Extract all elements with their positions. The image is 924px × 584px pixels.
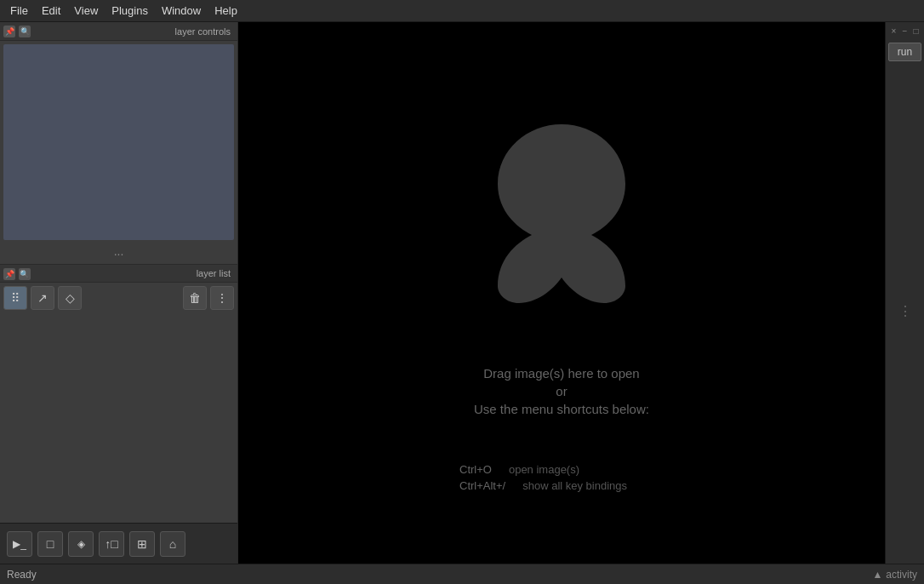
menu-window[interactable]: Window bbox=[155, 3, 208, 19]
menu-view[interactable]: View bbox=[67, 3, 105, 19]
terminal-icon: ▶_ bbox=[13, 538, 26, 550]
upload-icon: ↑□ bbox=[105, 537, 117, 551]
grid-button[interactable]: ⊞ bbox=[129, 531, 155, 557]
drag-text: Drag image(s) here to open bbox=[474, 366, 649, 381]
layer-list-icons: 📌 🔍 bbox=[3, 266, 31, 280]
layers-icon: ◈ bbox=[77, 538, 85, 550]
activity-label: activity bbox=[886, 569, 917, 581]
grid-icon: ⊞ bbox=[137, 537, 147, 551]
search-icon[interactable]: 🔍 bbox=[19, 26, 31, 37]
layer-controls-header: 📌 🔍 layer controls bbox=[0, 22, 237, 41]
canvas-area[interactable]: Drag image(s) here to open or Use the me… bbox=[238, 22, 885, 564]
blob-shape bbox=[468, 107, 655, 306]
menu-bar: File Edit View Plugins Window Help bbox=[0, 0, 924, 22]
menu-edit[interactable]: Edit bbox=[35, 3, 67, 19]
square-icon: □ bbox=[47, 537, 54, 551]
run-button[interactable]: run bbox=[888, 43, 921, 61]
layers-button[interactable]: ◈ bbox=[68, 531, 94, 557]
dot-grid-button[interactable]: ⠿ bbox=[3, 286, 27, 310]
chevron-up-icon: ▲ bbox=[872, 569, 882, 581]
menu-plugins[interactable]: Plugins bbox=[105, 3, 155, 19]
layer-list-title: layer list bbox=[31, 268, 234, 278]
layer-controls-icons: 📌 🔍 bbox=[3, 26, 31, 37]
shortcut-open-desc: open image(s) bbox=[509, 463, 579, 476]
shortcuts-panel: Ctrl+O open image(s) Ctrl+Alt+/ show all… bbox=[459, 460, 627, 495]
main-area: 📌 🔍 layer controls ··· 📌 🔍 layer list ⠿ … bbox=[0, 22, 924, 564]
shortcuts-text: Use the menu shortcuts below: bbox=[474, 402, 649, 416]
arrow-icon: ↗ bbox=[37, 291, 48, 305]
layer-list-header: 📌 🔍 layer list bbox=[0, 264, 237, 283]
trash-button[interactable]: 🗑 bbox=[183, 286, 207, 310]
more-options-button[interactable]: ⋮ bbox=[210, 286, 234, 310]
menu-help[interactable]: Help bbox=[208, 3, 244, 19]
shortcut-bindings: Ctrl+Alt+/ show all key bindings bbox=[459, 479, 627, 492]
shortcut-bindings-key: Ctrl+Alt+/ bbox=[459, 479, 505, 492]
layer-list-toolbar: ⠿ ↗ ◇ 🗑 ⋮ bbox=[0, 283, 237, 313]
close-icon[interactable]: × bbox=[889, 26, 898, 36]
more-icon: ⋮ bbox=[216, 291, 228, 305]
home-button[interactable]: ⌂ bbox=[160, 531, 185, 557]
layer-preview bbox=[3, 44, 234, 240]
layer-controls-title: layer controls bbox=[31, 26, 234, 37]
layer-list-content bbox=[0, 313, 237, 523]
shortcut-open: Ctrl+O open image(s) bbox=[459, 463, 627, 476]
upload-button[interactable]: ↑□ bbox=[99, 531, 124, 557]
arrow-button[interactable]: ↗ bbox=[31, 286, 54, 310]
trash-icon: 🗑 bbox=[189, 291, 201, 305]
menu-file[interactable]: File bbox=[3, 3, 35, 19]
tag-button[interactable]: ◇ bbox=[58, 286, 82, 310]
left-panel: 📌 🔍 layer controls ··· 📌 🔍 layer list ⠿ … bbox=[0, 22, 238, 564]
status-text: Ready bbox=[7, 569, 37, 581]
shortcut-bindings-desc: show all key bindings bbox=[522, 479, 627, 492]
maximize-icon[interactable]: □ bbox=[911, 26, 921, 36]
shortcut-open-key: Ctrl+O bbox=[459, 463, 492, 476]
minimize-icon[interactable]: − bbox=[900, 26, 910, 36]
status-bar: Ready ▲ activity bbox=[0, 564, 924, 584]
right-panel: × − □ run ⋮ bbox=[885, 22, 924, 564]
layer-pin-icon[interactable]: 📌 bbox=[3, 268, 15, 280]
welcome-text: Drag image(s) here to open or Use the me… bbox=[474, 363, 649, 420]
dot-grid-icon: ⠿ bbox=[11, 291, 20, 305]
pin-icon[interactable]: 📌 bbox=[3, 26, 15, 37]
right-panel-top: × − □ bbox=[889, 26, 921, 36]
layer-search-icon[interactable]: 🔍 bbox=[19, 268, 31, 280]
or-text: or bbox=[474, 384, 649, 398]
layer-dots: ··· bbox=[0, 243, 237, 264]
left-bottom-bar: ▶_ □ ◈ ↑□ ⊞ ⌂ bbox=[0, 523, 237, 564]
terminal-button[interactable]: ▶_ bbox=[7, 531, 32, 557]
right-panel-more[interactable]: ⋮ bbox=[898, 61, 912, 560]
activity-button[interactable]: ▲ activity bbox=[872, 569, 917, 581]
square-button[interactable]: □ bbox=[37, 531, 63, 557]
tag-icon: ◇ bbox=[66, 291, 75, 305]
home-icon: ⌂ bbox=[169, 537, 176, 551]
